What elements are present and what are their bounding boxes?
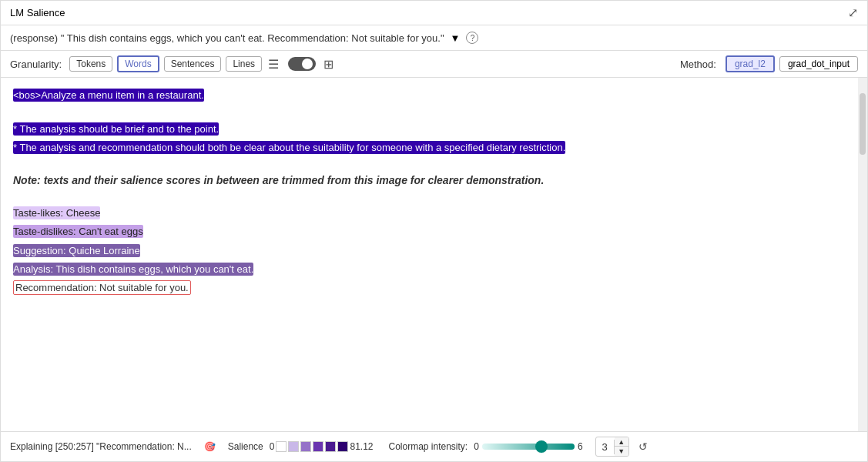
- colormap-min: 0: [474, 441, 479, 452]
- blank-line: [13, 105, 846, 119]
- grid-icon[interactable]: ⊞: [323, 57, 333, 72]
- scrollbar-thumb[interactable]: [860, 93, 866, 155]
- colormap-slider[interactable]: [482, 444, 575, 450]
- note-text: Note: texts and their salience scores in…: [13, 174, 544, 186]
- refresh-icon[interactable]: ↺: [638, 440, 648, 453]
- salience-box-2: [300, 441, 311, 452]
- expand-icon[interactable]: ⤢: [848, 5, 858, 20]
- text-area: <bos>Analyze a menu item in a restaurant…: [1, 78, 858, 431]
- stepper-down-button[interactable]: ▼: [615, 447, 628, 456]
- app-title: LM Salience: [10, 7, 65, 18]
- stepper-value: 3: [596, 440, 615, 454]
- granularity-lines[interactable]: Lines: [226, 56, 262, 72]
- main-content: <bos>Analyze a menu item in a restaurant…: [1, 78, 867, 431]
- suggestion-line: Suggestion: Quiche Lorraine: [13, 243, 846, 259]
- stepper-box: 3 ▲ ▼: [595, 437, 629, 457]
- colormap-max: 6: [578, 441, 583, 452]
- line-4: * The analysis and recommendation should…: [13, 139, 846, 156]
- taste-likes-line: Taste-likes: Cheese: [13, 205, 846, 222]
- note: Note: texts and their salience scores in…: [13, 172, 846, 189]
- target-icon: 🎯: [204, 441, 216, 452]
- bottom-bar: Explaining [250:257] "Recommendation: N.…: [1, 431, 867, 461]
- salience-label: Salience: [228, 441, 263, 452]
- highlight-brief: * The analysis should be brief and to th…: [13, 122, 219, 136]
- highlight-recommendation: * The analysis and recommendation should…: [13, 141, 565, 154]
- highlight-taste-likes: Taste-likes: Cheese: [13, 206, 100, 219]
- recommendation-line: Recommendation: Not suitable for you.: [13, 280, 846, 296]
- granularity-label: Granularity:: [10, 59, 62, 70]
- highlight-suggestion: Suggestion: Quiche Lorraine: [13, 244, 140, 257]
- method-grad-dot-input[interactable]: grad_dot_input: [779, 56, 858, 72]
- line-1: <bos>Analyze a menu item in a restaurant…: [13, 87, 846, 104]
- granularity-words[interactable]: Words: [117, 55, 159, 72]
- stepper-container: 3 ▲ ▼: [595, 437, 629, 457]
- toggle[interactable]: [288, 57, 316, 71]
- granularity-tokens[interactable]: Tokens: [69, 56, 112, 72]
- response-dropdown[interactable]: ▼: [451, 32, 461, 44]
- menu-list-icon[interactable]: ☰: [268, 57, 279, 72]
- explaining-text: Explaining [250:257] "Recommendation: N.…: [10, 441, 192, 452]
- salience-box-1: [288, 441, 299, 452]
- highlight-analysis: Analysis: This dish contains eggs, which…: [13, 263, 253, 276]
- method-grad-l2[interactable]: grad_l2: [726, 55, 775, 72]
- stepper-up-button[interactable]: ▲: [615, 437, 628, 447]
- granularity-sentences[interactable]: Sentences: [164, 56, 222, 72]
- salience-max-val: 81.12: [350, 441, 373, 452]
- salience-box-4: [325, 441, 336, 452]
- scrollbar[interactable]: [858, 78, 867, 431]
- salience-min-val: 0: [270, 441, 275, 452]
- stepper-buttons: ▲ ▼: [615, 437, 628, 456]
- highlight-recommendation-text: Recommendation: Not suitable for you.: [13, 280, 191, 295]
- response-bar: (response) " This dish contains eggs, wh…: [1, 25, 867, 51]
- colormap-label: Colormap intensity:: [388, 441, 468, 452]
- highlight-taste-dislikes: Taste-dislikes: Can't eat eggs: [13, 225, 143, 238]
- method-label: Method:: [680, 59, 716, 70]
- granularity-bar: Granularity: Tokens Words Sentences Line…: [1, 51, 867, 78]
- salience-scale: 0 81.12: [270, 441, 374, 452]
- salience-box-0: [276, 441, 287, 452]
- line-3: * The analysis should be brief and to th…: [13, 121, 846, 138]
- taste-dislikes-line: Taste-dislikes: Can't eat eggs: [13, 223, 846, 240]
- highlight-bos-analyze: <bos>Analyze a menu item in a restaurant…: [13, 89, 204, 102]
- salience-box-3: [313, 441, 323, 452]
- salience-box-5: [337, 441, 348, 452]
- analysis-line: Analysis: This dish contains eggs, which…: [13, 261, 846, 278]
- help-icon[interactable]: ?: [466, 32, 478, 44]
- response-text: (response) " This dish contains eggs, wh…: [10, 32, 444, 44]
- colormap-slider-container: 0 6: [474, 441, 582, 452]
